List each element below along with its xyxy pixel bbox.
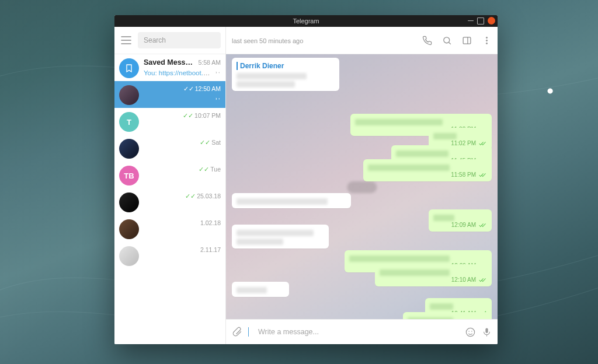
svg-rect-13 bbox=[485, 328, 488, 333]
svg-rect-5 bbox=[463, 37, 471, 43]
read-tick-icon: ✓✓ bbox=[200, 139, 210, 146]
chat-header: last seen 50 minutes ago bbox=[226, 27, 498, 54]
window-title: Telegram bbox=[114, 15, 498, 27]
chat-item-time: 5:58 AM bbox=[198, 59, 221, 66]
svg-point-9 bbox=[486, 43, 487, 44]
chat-list-item[interactable]: ✓✓Sat bbox=[114, 135, 225, 162]
chat-item-time: ✓✓10:07 PM bbox=[183, 112, 221, 120]
avatar bbox=[119, 192, 139, 212]
message-in[interactable] bbox=[232, 282, 289, 297]
pin-icon bbox=[214, 68, 221, 77]
svg-point-10 bbox=[466, 328, 474, 336]
window-maximize-button[interactable] bbox=[477, 18, 484, 24]
avatar: TB bbox=[119, 166, 139, 186]
voice-icon[interactable] bbox=[482, 327, 492, 338]
avatar bbox=[119, 246, 139, 266]
chat-list-item[interactable]: ✓✓12:50 AM bbox=[114, 81, 225, 108]
chat-item-time: ✓✓25.03.18 bbox=[185, 192, 221, 200]
sidebar: Saved Messages5:58 AMYou: https://netboo… bbox=[114, 27, 226, 344]
chat-status: last seen 50 minutes ago bbox=[232, 37, 303, 44]
chat-list-item[interactable]: ✓✓25.03.18 bbox=[114, 188, 225, 215]
avatar bbox=[119, 219, 139, 239]
window-close-button[interactable] bbox=[488, 17, 495, 24]
chat-item-time: ✓✓12:50 AM bbox=[183, 85, 221, 93]
read-tick-icon: ✓✓ bbox=[185, 192, 196, 200]
svg-point-12 bbox=[471, 331, 472, 332]
read-tick-icon: ✓✓ bbox=[183, 112, 193, 119]
search-input[interactable] bbox=[142, 36, 216, 45]
read-tick-icon: ✓✓ bbox=[183, 85, 194, 92]
message-out[interactable]: 12:10 AM bbox=[375, 264, 492, 286]
avatar bbox=[119, 58, 139, 78]
chat-list: Saved Messages5:58 AMYou: https://netboo… bbox=[114, 54, 225, 344]
svg-line-4 bbox=[448, 42, 450, 44]
pin-icon bbox=[214, 94, 221, 103]
call-icon[interactable] bbox=[422, 35, 432, 46]
avatar bbox=[119, 139, 139, 159]
svg-point-8 bbox=[486, 40, 487, 41]
message-in[interactable]: Derrik Diener bbox=[232, 58, 339, 91]
chat-item-time: ✓✓Tue bbox=[199, 166, 221, 173]
message-time: 12:09 AM bbox=[437, 222, 487, 229]
chat-item-name: Saved Messages bbox=[144, 58, 196, 66]
chat-item-time: 1.02.18 bbox=[200, 219, 221, 226]
message-time: 12:10 AM bbox=[383, 276, 487, 284]
message-in[interactable] bbox=[232, 193, 351, 208]
avatar bbox=[119, 85, 139, 105]
emoji-icon[interactable] bbox=[465, 327, 476, 338]
window-titlebar: Telegram bbox=[114, 15, 498, 27]
message-out[interactable]: 12:49 AM bbox=[403, 312, 492, 319]
chat-list-item[interactable]: T✓✓10:07 PM bbox=[114, 108, 225, 135]
chat-list-item[interactable]: Saved Messages5:58 AMYou: https://netboo… bbox=[114, 54, 225, 81]
avatar: T bbox=[119, 112, 139, 132]
menu-button[interactable] bbox=[118, 32, 134, 48]
message-out[interactable]: 11:58 PM bbox=[363, 159, 492, 181]
message-out[interactable]: 12:09 AM bbox=[429, 209, 492, 232]
text-caret bbox=[248, 327, 249, 337]
window-minimize-button[interactable] bbox=[468, 20, 474, 22]
more-icon[interactable] bbox=[481, 35, 492, 46]
chat-list-item[interactable]: TB✓✓Tue bbox=[114, 162, 225, 188]
message-in[interactable] bbox=[232, 225, 329, 249]
chat-list-item[interactable]: 2.11.17 bbox=[114, 242, 225, 269]
search-icon[interactable] bbox=[441, 35, 452, 46]
side-panel-icon[interactable] bbox=[461, 35, 472, 46]
svg-point-11 bbox=[468, 331, 470, 332]
attach-icon[interactable] bbox=[232, 327, 242, 337]
message-input[interactable] bbox=[257, 327, 459, 337]
chat-history[interactable]: ████ Derrik Diener11:02 PM 11:02 PM 11:4… bbox=[226, 54, 498, 319]
chat-panel: last seen 50 minutes ago bbox=[226, 27, 498, 344]
telegram-window: Telegram Saved Messages5:58 AMYou: https… bbox=[114, 15, 498, 344]
chat-list-item[interactable]: 1.02.18 bbox=[114, 215, 225, 242]
svg-point-3 bbox=[443, 37, 449, 43]
date-separator: ████ bbox=[347, 181, 377, 193]
message-time: 11:58 PM bbox=[371, 172, 487, 178]
message-sender: Derrik Diener bbox=[237, 62, 335, 70]
svg-point-7 bbox=[486, 37, 487, 38]
chat-item-preview: You: https://netboot.xyz... bbox=[144, 69, 211, 76]
search-box[interactable] bbox=[138, 32, 221, 48]
chat-item-time: 2.11.17 bbox=[200, 246, 221, 253]
chat-item-time: ✓✓Sat bbox=[200, 139, 221, 146]
read-tick-icon: ✓✓ bbox=[199, 166, 209, 173]
message-composer bbox=[226, 319, 498, 344]
sidebar-top bbox=[114, 27, 225, 54]
